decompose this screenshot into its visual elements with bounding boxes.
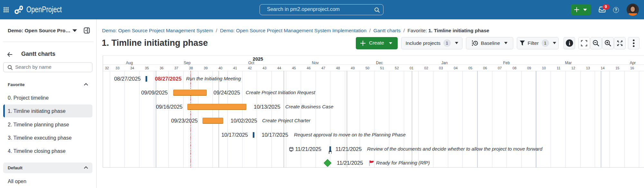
svg-text:i: i xyxy=(569,40,570,46)
